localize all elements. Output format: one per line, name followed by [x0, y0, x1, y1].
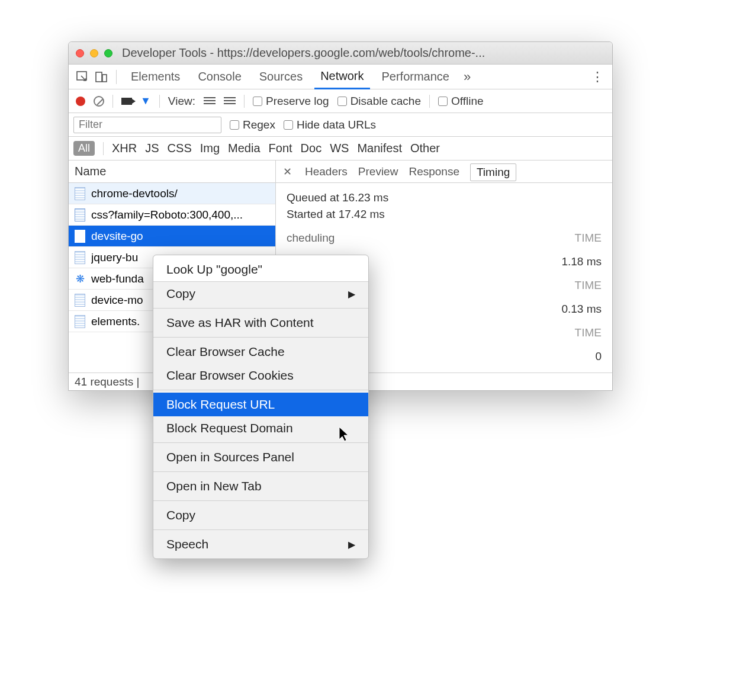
- context-menu: Look Up "google"Copy▶Save as HAR with Co…: [153, 255, 369, 559]
- timing-started: Started at 17.42 ms: [287, 208, 602, 221]
- request-name: css?family=Roboto:300,400,...: [91, 208, 243, 221]
- menu-item[interactable]: Copy▶: [153, 282, 368, 306]
- type-img[interactable]: Img: [200, 142, 220, 155]
- tab-performance[interactable]: Performance: [376, 65, 456, 89]
- type-manifest[interactable]: Manifest: [357, 142, 402, 155]
- type-font[interactable]: Font: [269, 142, 292, 155]
- menu-item[interactable]: Clear Browser Cookies: [153, 364, 368, 387]
- titlebar: Developer Tools - https://developers.goo…: [69, 42, 612, 65]
- type-xhr[interactable]: XHR: [112, 142, 137, 155]
- tab-console[interactable]: Console: [192, 65, 247, 89]
- menu-item[interactable]: Clear Browser Cache: [153, 340, 368, 364]
- menu-item[interactable]: Save as HAR with Content: [153, 311, 368, 335]
- filter-bar: Regex Hide data URLs: [69, 113, 612, 137]
- type-filter-bar: All XHR JS CSS Img Media Font Doc WS Man…: [69, 137, 612, 160]
- view-waterfall-icon[interactable]: [224, 97, 236, 105]
- detail-tab-headers[interactable]: Headers: [305, 165, 348, 178]
- request-name: chrome-devtools/: [91, 187, 178, 200]
- main-tabs: Elements Console Sources Network Perform…: [69, 65, 612, 89]
- file-icon: [75, 315, 85, 328]
- offline-checkbox[interactable]: Offline: [438, 95, 484, 108]
- type-css[interactable]: CSS: [168, 142, 192, 155]
- zoom-window-button[interactable]: [104, 49, 112, 57]
- record-button[interactable]: [76, 97, 85, 106]
- type-doc[interactable]: Doc: [301, 142, 322, 155]
- file-icon: [75, 294, 85, 307]
- tab-elements[interactable]: Elements: [125, 65, 186, 89]
- menu-item[interactable]: Open in Sources Panel: [153, 445, 368, 469]
- request-name: elements.: [91, 315, 140, 328]
- tabs-overflow-icon[interactable]: »: [464, 69, 471, 85]
- column-header-name[interactable]: Name: [69, 160, 275, 183]
- type-media[interactable]: Media: [228, 142, 260, 155]
- device-toggle-icon[interactable]: [95, 70, 108, 84]
- request-row[interactable]: devsite-go: [69, 226, 275, 247]
- menu-item[interactable]: Look Up "google": [153, 255, 368, 282]
- svg-rect-2: [102, 75, 107, 82]
- inspect-icon[interactable]: [76, 70, 89, 84]
- type-other[interactable]: Other: [410, 142, 440, 155]
- menu-item[interactable]: Block Request URL: [153, 393, 368, 416]
- menu-item[interactable]: Open in New Tab: [153, 474, 368, 498]
- request-name: devsite-go: [91, 230, 143, 243]
- detail-tab-timing[interactable]: Timing: [470, 163, 516, 181]
- disable-cache-checkbox[interactable]: Disable cache: [337, 95, 421, 108]
- request-name: jquery-bu: [91, 251, 138, 264]
- preserve-log-checkbox[interactable]: Preserve log: [253, 95, 329, 108]
- timing-queued: Queued at 16.23 ms: [287, 191, 602, 204]
- request-name: device-mo: [91, 294, 143, 307]
- file-icon: [75, 251, 85, 264]
- minimize-window-button[interactable]: [90, 49, 98, 57]
- request-row[interactable]: css?family=Roboto:300,400,...: [69, 204, 275, 226]
- submenu-arrow-icon: ▶: [348, 288, 355, 300]
- type-js[interactable]: JS: [145, 142, 159, 155]
- traffic-lights: [76, 49, 112, 57]
- screenshot-icon[interactable]: [121, 98, 132, 105]
- filter-icon[interactable]: ▼: [140, 95, 151, 107]
- svg-rect-1: [96, 72, 102, 82]
- submenu-arrow-icon: ▶: [348, 539, 355, 550]
- menu-item[interactable]: Copy: [153, 503, 368, 527]
- window-title: Developer Tools - https://developers.goo…: [122, 46, 485, 60]
- detail-tab-preview[interactable]: Preview: [358, 165, 398, 178]
- type-ws[interactable]: WS: [330, 142, 349, 155]
- close-icon[interactable]: ✕: [283, 165, 292, 178]
- tab-network[interactable]: Network: [314, 65, 369, 89]
- menu-item[interactable]: Block Request Domain: [153, 416, 368, 440]
- gear-icon: ❋: [75, 272, 85, 285]
- menu-item[interactable]: Speech▶: [153, 532, 368, 556]
- type-all[interactable]: All: [73, 141, 95, 156]
- network-toolbar: ▼ View: Preserve log Disable cache Offli…: [69, 89, 612, 113]
- detail-tabs: ✕ Headers Preview Response Timing: [276, 160, 612, 183]
- request-row[interactable]: chrome-devtools/: [69, 183, 275, 204]
- file-icon: [75, 230, 85, 243]
- view-label: View:: [168, 95, 195, 108]
- view-list-icon[interactable]: [204, 97, 216, 105]
- close-window-button[interactable]: [76, 49, 84, 57]
- file-icon: [75, 208, 85, 221]
- detail-tab-response[interactable]: Response: [409, 165, 459, 178]
- request-name: web-funda: [91, 272, 144, 285]
- file-icon: [75, 187, 85, 200]
- filter-input[interactable]: [73, 117, 221, 133]
- regex-checkbox[interactable]: Regex: [230, 118, 275, 131]
- kebab-menu-icon[interactable]: ⋮: [591, 69, 605, 85]
- hide-data-urls-checkbox[interactable]: Hide data URLs: [284, 118, 376, 131]
- tab-sources[interactable]: Sources: [253, 65, 308, 89]
- clear-icon[interactable]: [94, 96, 104, 107]
